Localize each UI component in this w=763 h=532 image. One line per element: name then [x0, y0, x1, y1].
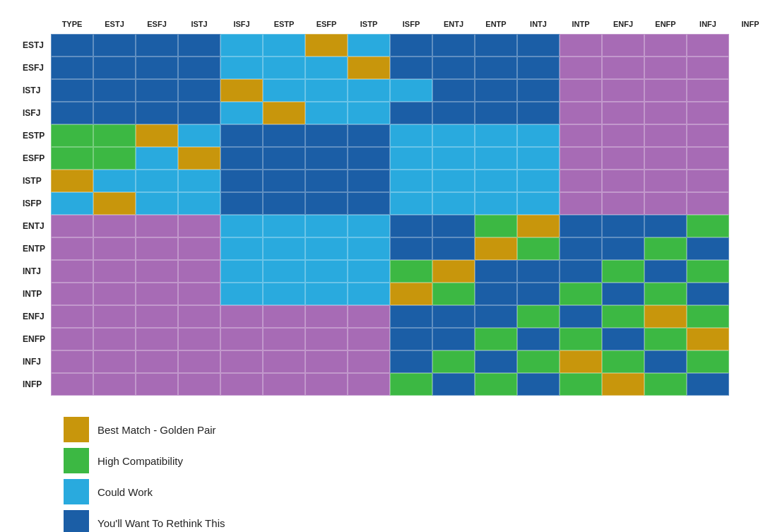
grid-row-esfp [51, 147, 763, 170]
cell-isfp-infp [687, 192, 729, 215]
cell-intj-entp [432, 260, 475, 283]
cell-istj-isfj [178, 79, 220, 102]
cell-enfj-estp [220, 305, 263, 328]
cell-esfj-estp [220, 57, 263, 79]
row-label-isfj: ISFJ [21, 102, 51, 124]
cell-enfp-intj [475, 328, 517, 350]
cell-intj-enfp [602, 260, 644, 283]
cell-isfp-enfp [602, 192, 644, 215]
legend-label-green: High Compatibility [97, 455, 183, 467]
cell-esfj-esfp [263, 57, 305, 79]
col-header-infp: INFP [729, 14, 763, 34]
cell-esfp-enfp [602, 147, 644, 170]
cell-intj-istj [136, 260, 178, 283]
cell-esfj-esfj [93, 57, 136, 79]
cell-infp-esfp [263, 373, 305, 396]
cell-isfp-enfj [560, 192, 602, 215]
cell-istj-enfp [602, 79, 644, 102]
cell-esfj-entj [390, 57, 432, 79]
col-header-isfj: ISFJ [220, 14, 263, 34]
cell-isfp-estp [220, 192, 263, 215]
cell-esfj-infj [644, 57, 687, 79]
cell-isfj-entp [432, 102, 475, 124]
legend-label-ltblue: Could Work [97, 486, 153, 498]
cell-esfp-infp [687, 147, 729, 170]
cell-istp-estp [220, 170, 263, 192]
cell-infj-intp [517, 350, 560, 373]
legend-item-green: High Compatibility [64, 448, 225, 473]
cell-entp-intj [475, 237, 517, 260]
legend-label-gold: Best Match - Golden Pair [97, 424, 216, 436]
cell-isfj-istj [136, 102, 178, 124]
cell-estp-estp [220, 124, 263, 147]
cell-estj-esfp [263, 34, 305, 57]
legend-label-dkblue: You'll Want To Rethink This [97, 517, 225, 529]
grid-row-istj [51, 79, 763, 102]
cell-infp-isfj [178, 373, 220, 396]
row-label-intp: INTP [21, 283, 51, 305]
cell-infj-istp [305, 350, 348, 373]
cell-intp-esfj [93, 283, 136, 305]
cell-entp-estj [51, 237, 93, 260]
legend-box-ltblue [64, 479, 89, 504]
row-label-enfj: ENFJ [21, 305, 51, 328]
cell-istp-isfp [348, 170, 390, 192]
cell-infp-istj [136, 373, 178, 396]
col-header-esfp: ESFP [305, 14, 348, 34]
cell-estp-esfj [93, 124, 136, 147]
legend-box-dkblue [64, 510, 89, 532]
row-label-istp: ISTP [21, 170, 51, 192]
col-header-estp: ESTP [263, 14, 305, 34]
cell-entj-entj [390, 215, 432, 237]
cell-esfp-estj [51, 147, 93, 170]
cell-estj-isfp [348, 34, 390, 57]
cell-enfj-istp [305, 305, 348, 328]
cell-intj-estp [220, 260, 263, 283]
cell-infj-estj [51, 350, 93, 373]
cell-isfj-istp [305, 102, 348, 124]
cell-esfj-infp [687, 57, 729, 79]
cell-intp-infp [687, 283, 729, 305]
cell-enfj-infj [644, 305, 687, 328]
cell-entj-istj [136, 215, 178, 237]
cell-infp-esfj [93, 373, 136, 396]
cell-entj-isfj [178, 215, 220, 237]
cell-esfj-intp [517, 57, 560, 79]
cell-intj-enfj [560, 260, 602, 283]
cell-estp-entj [390, 124, 432, 147]
cell-infj-entp [432, 350, 475, 373]
cell-isfp-estj [51, 192, 93, 215]
grid-row-isfj [51, 102, 763, 124]
cell-entp-estp [220, 237, 263, 260]
cell-istp-esfp [263, 170, 305, 192]
col-header-enfp: ENFP [644, 14, 687, 34]
cell-isfp-entp [432, 192, 475, 215]
cell-intj-esfp [263, 260, 305, 283]
cell-enfj-estj [51, 305, 93, 328]
cell-entj-enfp [602, 215, 644, 237]
cell-isfp-istp [305, 192, 348, 215]
cell-istj-estp [220, 79, 263, 102]
legend-item-gold: Best Match - Golden Pair [64, 417, 225, 442]
cell-istp-intj [475, 170, 517, 192]
cell-isfj-infp [687, 102, 729, 124]
cell-istj-istj [136, 79, 178, 102]
cell-istp-entp [432, 170, 475, 192]
cell-intj-intj [475, 260, 517, 283]
cell-infj-istj [136, 350, 178, 373]
legend-item-ltblue: Could Work [64, 479, 225, 504]
cell-estp-enfj [560, 124, 602, 147]
row-label-infj: INFJ [21, 350, 51, 373]
cell-istp-entj [390, 170, 432, 192]
cell-enfp-enfp [602, 328, 644, 350]
cell-istj-entj [390, 79, 432, 102]
cell-isfj-esfp [263, 102, 305, 124]
cell-enfj-esfp [263, 305, 305, 328]
cell-isfp-istj [136, 192, 178, 215]
cell-estj-istj [136, 34, 178, 57]
cell-entp-esfp [263, 237, 305, 260]
cell-estj-isfj [178, 34, 220, 57]
cell-entj-infp [687, 215, 729, 237]
cell-intj-infp [687, 260, 729, 283]
cell-intp-entp [432, 283, 475, 305]
